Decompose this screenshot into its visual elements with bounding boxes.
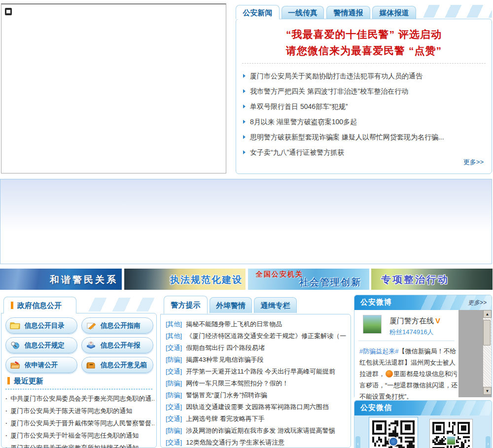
button-suggestion-box[interactable]: 信息公开意见箱 bbox=[81, 357, 153, 373]
dashed-divider bbox=[5, 389, 152, 389]
weibo-more-link[interactable]: 更多>> bbox=[468, 299, 487, 307]
tip-category: [防骗] bbox=[166, 356, 182, 363]
scrollbar[interactable]: ▲ ▼ bbox=[483, 310, 492, 395]
weibo-panel: 公安微博 更多>> 厦门警方在线V 粉丝1474916人 #防骗益起来#【微信新… bbox=[354, 295, 492, 397]
tab-outside-alerts[interactable]: 外埠警情 bbox=[210, 297, 252, 313]
plugin-placeholder-icon bbox=[5, 8, 12, 15]
button-info-rules[interactable]: 信息公开规定 bbox=[5, 337, 77, 353]
list-item[interactable]: [交通]假期自驾出行 四个路段易堵 bbox=[166, 342, 347, 354]
list-item[interactable]: [防骗]网传一车只限三本驾照扣分？假的！ bbox=[166, 378, 347, 389]
weibo-account-name[interactable]: 厦门警方在线V bbox=[389, 316, 440, 326]
list-item[interactable]: [交通]上网选号牌 看完攻略再下手 bbox=[166, 413, 347, 425]
tip-category: [防骗] bbox=[166, 427, 182, 434]
dot-bullet-icon: · bbox=[5, 395, 7, 402]
button-info-guide[interactable]: 信息公开指南 bbox=[81, 317, 153, 334]
scrollbar-thumb[interactable] bbox=[483, 320, 491, 345]
wechat-qr-1 bbox=[369, 417, 418, 448]
news-item[interactable]: 单双号限行首日 5046部车“犯规” bbox=[243, 99, 485, 114]
folder-icon bbox=[10, 320, 21, 335]
tip-category: [交通] bbox=[166, 403, 182, 411]
list-item[interactable]: ·厦门市公安局关于陈天进等同志免职的通知 bbox=[4, 405, 154, 417]
tip-category: [其他] bbox=[166, 320, 182, 328]
widget-gray-area: ▲ ▼ bbox=[458, 310, 492, 397]
apply-folder-icon bbox=[10, 359, 21, 375]
carousel-right-arrow[interactable]: › bbox=[486, 436, 491, 448]
orange-bar-icon bbox=[11, 302, 13, 309]
scroll-down-button[interactable]: ▼ bbox=[483, 387, 492, 395]
button-annual-report[interactable]: 信息公开年报 bbox=[81, 337, 153, 353]
list-item[interactable]: [交通]开学第一天避开这11个路段 今天出行早高峰可能提前 bbox=[166, 366, 347, 378]
list-item[interactable]: [防骗]涉及网游的诈骗近期在我市多发 游戏玩家请提高警惕 bbox=[166, 425, 347, 437]
list-item[interactable]: ·厦门市公安局关于收容教育所加挂牌子的通知 bbox=[4, 442, 154, 448]
tab-frontline-fax[interactable]: 一线传真 bbox=[282, 6, 324, 19]
avatar[interactable] bbox=[363, 315, 382, 334]
banner-law-enforcement-standardization[interactable]: 执法规范化建设 bbox=[124, 269, 246, 290]
tab-media-report[interactable]: 媒体报道 bbox=[372, 6, 416, 19]
page: 公安新闻 一线传真 警情通报 媒体报道 “我最喜爱的十佳民警” 评选启动 请您微… bbox=[0, 0, 493, 448]
news-item[interactable]: 我市警方严把四关 第四波“打非治违”校车整治在行动 bbox=[243, 84, 485, 99]
news-list: 厦门市公安局关于奖励协助打击违法犯罪有功人员的通告 我市警方严把四关 第四波“打… bbox=[243, 69, 485, 160]
magnifier-icon bbox=[10, 340, 21, 355]
news-item[interactable]: 8月以来 湖里警方破盗窃案100多起 bbox=[243, 114, 485, 130]
list-item[interactable]: [防骗]警惕冒充“厦门水务”招聘诈骗 bbox=[166, 389, 347, 401]
list-item[interactable]: [交通]12类危险交通行为 学生家长请注意 bbox=[166, 437, 347, 448]
dot-bullet-icon: · bbox=[5, 444, 7, 448]
tab-strip-decoration bbox=[418, 5, 492, 18]
dashed-divider bbox=[242, 63, 486, 64]
tips-tabs: 警方提示 外埠警情 通缉专栏 bbox=[160, 295, 351, 314]
tab-alert-bulletin[interactable]: 警情通报 bbox=[326, 6, 370, 19]
list-item[interactable]: ·中共厦门市公安局委员会关于秦光亮同志免职的通... bbox=[4, 392, 154, 405]
orange-bar-icon bbox=[7, 377, 10, 384]
dot-bullet-icon: · bbox=[5, 407, 7, 414]
carousel-left-arrow[interactable]: ‹ bbox=[355, 436, 360, 448]
banner-title: 社会管理创新 bbox=[299, 276, 361, 289]
news-item[interactable]: 女子卖“九八”通行证被警方抓获 bbox=[243, 145, 485, 160]
banner-special-rectification-action[interactable]: 专项整治行动 bbox=[371, 269, 493, 290]
list-item[interactable]: [其他]揭秘不能随身带上飞机的日常物品 bbox=[166, 318, 347, 330]
button-apply-disclosure[interactable]: 依申请公开 bbox=[5, 357, 77, 373]
tab-police-tips[interactable]: 警方提示 bbox=[164, 296, 208, 314]
tip-category: [交通] bbox=[166, 344, 182, 351]
list-item[interactable]: [防骗]揭露43种常见电信诈骗手段 bbox=[166, 354, 347, 366]
weibo-title: 公安微博 bbox=[360, 298, 392, 307]
list-item[interactable]: ·厦门市公安局关于叶福金等同志任免职的通知 bbox=[4, 429, 154, 442]
wechat-header: 公安微信 bbox=[354, 401, 492, 415]
banner-subtitle: 全国公安机关 bbox=[256, 270, 303, 279]
news-item[interactable]: 厦门市公安局关于奖励协助打击违法犯罪有功人员的通告 bbox=[243, 69, 485, 84]
news-item[interactable]: 思明警方破获新型套现诈骗案 嫌疑人以帮忙网贷套现为名行骗... bbox=[243, 130, 485, 145]
scroll-up-button[interactable]: ▲ bbox=[483, 310, 492, 318]
recent-updates-title: 最近更新 bbox=[7, 377, 43, 386]
followers-count[interactable]: 粉丝1474916人 bbox=[389, 328, 434, 337]
bullet-arrow-icon bbox=[243, 89, 246, 93]
news-more-link[interactable]: 更多>> bbox=[463, 158, 484, 167]
wechat-content: ‹ › bbox=[354, 415, 492, 448]
banner-harmonious-police-relations[interactable]: 和谐警民关系 bbox=[0, 269, 122, 290]
button-info-catalog[interactable]: 信息公开目录 bbox=[5, 317, 77, 334]
tab-wanted-column[interactable]: 通缉专栏 bbox=[254, 297, 297, 313]
hashtag-link[interactable]: #防骗益起来# bbox=[359, 347, 398, 355]
scrollbar-track[interactable] bbox=[483, 318, 492, 387]
wechat-title: 公安微信 bbox=[360, 403, 392, 413]
tip-category: [交通] bbox=[166, 415, 182, 422]
featured-headline-link[interactable]: “我最喜爱的十佳民警” 评选启动 请您微信来为最喜爱民警 “点赞” bbox=[236, 26, 492, 59]
news-tabs: 公安新闻 一线传真 警情通报 媒体报道 bbox=[236, 5, 492, 19]
list-item[interactable]: [其他]《厦门经济特区道路交通安全若干规定》修正案解读（一... bbox=[166, 330, 347, 342]
wechat-panel: 公安微信 ‹ › bbox=[354, 400, 492, 448]
divider bbox=[358, 341, 455, 341]
bullet-arrow-icon bbox=[243, 135, 246, 139]
bullet-arrow-icon bbox=[243, 74, 246, 78]
header-decoration bbox=[83, 298, 157, 311]
tip-category: [交通] bbox=[166, 368, 182, 375]
banner-title: 执法规范化建设 bbox=[170, 274, 243, 286]
tips-list: [其他]揭秘不能随身带上飞机的日常物品 [其他]《厦门经济特区道路交通安全若干规… bbox=[166, 318, 347, 448]
weibo-content: 厦门警方在线V 粉丝1474916人 #防骗益起来#【微信新骗局！不给红包就无法… bbox=[354, 310, 492, 397]
video-player-box bbox=[1, 3, 226, 173]
banner-title: 和谐警民关系 bbox=[50, 274, 118, 286]
list-item[interactable]: [交通]因轨道交通建设需要 文园路将军祠路路口周六围挡 bbox=[166, 401, 347, 413]
tab-police-news[interactable]: 公安新闻 bbox=[236, 5, 280, 19]
content-placeholder-band bbox=[0, 179, 492, 264]
list-item[interactable]: ·厦门市公安局关于晋升戴伟荣等同志人民警察警督... bbox=[4, 417, 154, 429]
news-panel: 公安新闻 一线传真 警情通报 媒体报道 “我最喜爱的十佳民警” 评选启动 请您微… bbox=[236, 5, 492, 174]
banner-social-management-innovation[interactable]: 全国公安机关社会管理创新 bbox=[248, 269, 369, 290]
angry-emoji-icon bbox=[386, 370, 393, 378]
